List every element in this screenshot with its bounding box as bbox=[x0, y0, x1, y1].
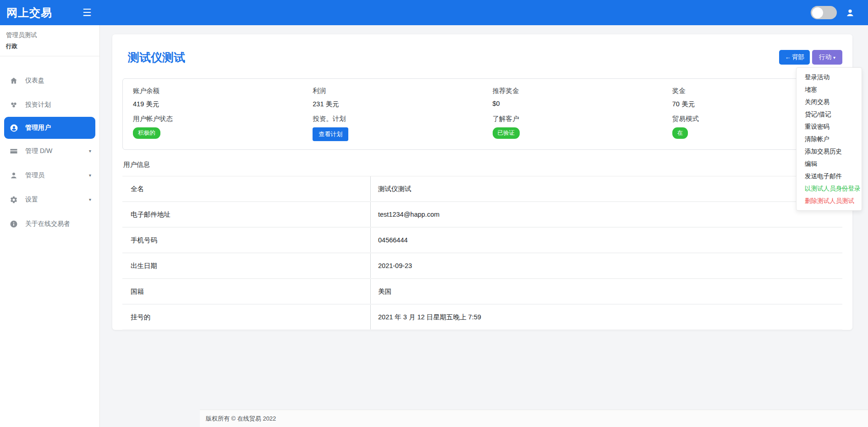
status-badge: 积极的 bbox=[133, 127, 160, 139]
caret-down-icon: ▾ bbox=[833, 55, 835, 60]
sidebar-user-role: 行政 bbox=[6, 43, 93, 50]
row-label: 手机号码 bbox=[122, 236, 370, 245]
gear-icon bbox=[9, 195, 18, 204]
table-row-3: 出生日期2021-09-23 bbox=[122, 253, 842, 279]
table-row-0: 全名测试仪测试 bbox=[122, 176, 842, 202]
sidebar-user-block: 管理员测试 行政 bbox=[0, 25, 99, 56]
status-cell-1: 投资。计划查看计划 bbox=[302, 109, 482, 149]
status-label: 投资。计划 bbox=[313, 115, 472, 123]
stat-cell-0: 账户余额419 美元 bbox=[123, 79, 302, 109]
home-icon bbox=[9, 76, 18, 85]
stat-value: $0 bbox=[493, 100, 652, 107]
toggle-knob bbox=[812, 7, 823, 18]
chevron-down-icon: ▾ bbox=[89, 197, 91, 202]
stat-cell-1: 利润231 美元 bbox=[302, 79, 482, 109]
sidebar-item-label: 设置 bbox=[25, 196, 38, 204]
sidebar-item-label: 管理员 bbox=[25, 171, 44, 180]
sidebar-item-label: 关于在线交易者 bbox=[25, 220, 70, 228]
dropdown-item-7[interactable]: 编辑 bbox=[797, 158, 862, 170]
dropdown-item-8[interactable]: 发送电子邮件 bbox=[797, 170, 862, 182]
card-icon bbox=[9, 147, 18, 156]
dropdown-item-10[interactable]: 删除测试人员测试 bbox=[797, 195, 862, 207]
row-label: 出生日期 bbox=[122, 262, 370, 270]
footer: 版权所有 © 在线贸易 2022 bbox=[200, 410, 868, 427]
table-row-5: 挂号的2021 年 3 月 12 日星期五晚上 7:59 bbox=[122, 305, 842, 330]
row-value: 2021 年 3 月 12 日星期五晚上 7:59 bbox=[370, 305, 842, 329]
sidebar-item-0[interactable]: 仪表盘 bbox=[0, 68, 99, 93]
status-badge: 在 bbox=[672, 127, 688, 139]
sidebar-item-label: 仪表盘 bbox=[25, 77, 44, 85]
status-cell-2: 了解客户已验证 bbox=[483, 109, 662, 149]
status-badge: 已验证 bbox=[493, 127, 520, 139]
user-circle-icon bbox=[9, 123, 18, 132]
stat-value: 231 美元 bbox=[313, 100, 472, 109]
person-icon bbox=[9, 171, 18, 180]
stat-label: 推荐奖金 bbox=[493, 87, 652, 95]
view-plans-button[interactable]: 查看计划 bbox=[313, 127, 348, 141]
dropdown-item-2[interactable]: 关闭交易 bbox=[797, 96, 862, 108]
card-header: 测试仪测试 ←背部 行动▾ bbox=[122, 34, 842, 65]
stat-label: 账户余额 bbox=[133, 87, 292, 95]
actions-dropdown-menu: 登录活动堵塞关闭交易贷记/借记重设密码清除帐户添加交易历史编辑发送电子邮件以测试… bbox=[796, 67, 862, 211]
user-detail-card: 测试仪测试 ←背部 行动▾ 账户余额419 美元利润231 美元推荐奖金$0奖金… bbox=[112, 34, 852, 330]
row-label: 全名 bbox=[122, 185, 370, 193]
dropdown-item-1[interactable]: 堵塞 bbox=[797, 83, 862, 96]
row-value: 2021-09-23 bbox=[370, 253, 842, 278]
stat-label: 利润 bbox=[313, 87, 472, 95]
status-cell-0: 用户帐户状态积极的 bbox=[123, 109, 302, 149]
info-icon bbox=[9, 219, 18, 229]
row-value: 04566444 bbox=[370, 228, 842, 252]
row-value: 美国 bbox=[370, 279, 842, 304]
sidebar-nav: 仪表盘投资计划管理用户管理 D/W▾管理员▾设置▾关于在线交易者 bbox=[0, 68, 99, 236]
sidebar-item-label: 投资计划 bbox=[25, 101, 51, 109]
topbar-right bbox=[811, 6, 868, 19]
chevron-down-icon: ▾ bbox=[89, 148, 91, 153]
user-info-title: 用户信息 bbox=[122, 160, 842, 176]
dropdown-item-5[interactable]: 清除帐户 bbox=[797, 133, 862, 145]
theme-toggle[interactable] bbox=[811, 6, 837, 19]
main-content: 测试仪测试 ←背部 行动▾ 账户余额419 美元利润231 美元推荐奖金$0奖金… bbox=[100, 25, 868, 427]
chevron-down-icon: ▾ bbox=[89, 173, 91, 178]
table-row-4: 国籍美国 bbox=[122, 279, 842, 305]
sidebar-item-5[interactable]: 设置▾ bbox=[0, 187, 99, 212]
statuses-row: 用户帐户状态积极的投资。计划查看计划了解客户已验证贸易模式在 bbox=[123, 109, 842, 149]
app-brand: 网上交易 bbox=[0, 5, 76, 20]
dropdown-item-3[interactable]: 贷记/借记 bbox=[797, 108, 862, 120]
sidebar-item-label: 管理 D/W bbox=[25, 147, 52, 155]
plans-icon bbox=[9, 100, 18, 109]
user-info-table: 全名测试仪测试电子邮件地址test1234@happ.com手机号码045664… bbox=[122, 176, 842, 330]
sidebar-item-6[interactable]: 关于在线交易者 bbox=[0, 212, 99, 236]
sidebar-item-4[interactable]: 管理员▾ bbox=[0, 163, 99, 187]
sidebar: 管理员测试 行政 仪表盘投资计划管理用户管理 D/W▾管理员▾设置▾关于在线交易… bbox=[0, 25, 100, 427]
dropdown-item-4[interactable]: 重设密码 bbox=[797, 120, 862, 133]
sidebar-item-2[interactable]: 管理用户 bbox=[4, 117, 95, 139]
dropdown-item-0[interactable]: 登录活动 bbox=[797, 71, 862, 83]
row-label: 电子邮件地址 bbox=[122, 210, 370, 219]
sidebar-item-label: 管理用户 bbox=[25, 124, 51, 132]
dropdown-item-9[interactable]: 以测试人员身份登录 bbox=[797, 182, 862, 195]
stat-cell-2: 推荐奖金$0 bbox=[483, 79, 662, 109]
stats-row: 账户余额419 美元利润231 美元推荐奖金$0奖金70 美元 bbox=[123, 79, 842, 109]
sidebar-item-1[interactable]: 投资计划 bbox=[0, 93, 99, 117]
dropdown-item-6[interactable]: 添加交易历史 bbox=[797, 145, 862, 158]
sidebar-item-3[interactable]: 管理 D/W▾ bbox=[0, 139, 99, 163]
header-buttons: ←背部 行动▾ bbox=[779, 50, 842, 65]
status-label: 用户帐户状态 bbox=[133, 115, 292, 123]
back-button[interactable]: ←背部 bbox=[779, 50, 810, 65]
row-label: 挂号的 bbox=[122, 313, 370, 322]
stat-value: 419 美元 bbox=[133, 100, 292, 109]
stats-box: 账户余额419 美元利润231 美元推荐奖金$0奖金70 美元 用户帐户状态积极… bbox=[122, 78, 842, 150]
topbar: 网上交易 ☰ bbox=[0, 0, 868, 25]
copyright-text: 版权所有 © 在线贸易 2022 bbox=[206, 415, 276, 423]
sidebar-user-name: 管理员测试 bbox=[6, 31, 93, 39]
user-icon[interactable] bbox=[845, 8, 855, 18]
row-value: test1234@happ.com bbox=[370, 202, 842, 227]
row-label: 国籍 bbox=[122, 287, 370, 296]
table-row-2: 手机号码04566444 bbox=[122, 228, 842, 253]
status-label: 了解客户 bbox=[493, 115, 652, 123]
page-title: 测试仪测试 bbox=[128, 50, 185, 65]
hamburger-menu-icon[interactable]: ☰ bbox=[82, 8, 92, 18]
actions-button[interactable]: 行动▾ bbox=[812, 50, 842, 65]
row-value: 测试仪测试 bbox=[370, 176, 842, 201]
back-arrow-icon: ← bbox=[785, 54, 791, 60]
